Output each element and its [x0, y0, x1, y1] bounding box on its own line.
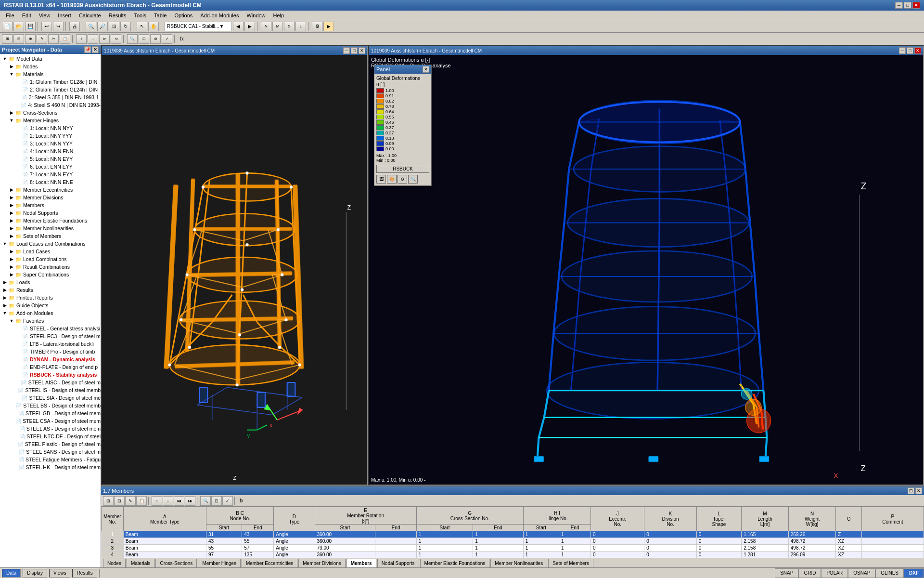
tb2-8[interactable]: ↓: [88, 34, 98, 44]
table-cell-0-3[interactable]: 43: [242, 531, 274, 538]
tree-toggle-25[interactable]: ▶: [9, 249, 14, 254]
tb-settings[interactable]: ⚙: [312, 22, 322, 31]
menu-insert[interactable]: Insert: [54, 12, 75, 19]
tb2-13[interactable]: ⊚: [150, 34, 161, 44]
tree-toggle-19[interactable]: ▶: [9, 202, 14, 208]
nav-pin-button[interactable]: 📌: [84, 46, 91, 53]
tree-toggle-20[interactable]: ▶: [9, 210, 14, 216]
tb-open[interactable]: 📂: [13, 22, 24, 31]
table-cell-3-2[interactable]: 97: [206, 552, 242, 558]
tree-item-2[interactable]: ▼📁Materials: [0, 70, 101, 78]
tree-item-23[interactable]: ▶📁Sets of Members: [0, 232, 101, 240]
table-cell-0-7[interactable]: 1: [416, 531, 473, 538]
table-cell-0-8[interactable]: 1: [473, 531, 524, 538]
tree-item-48[interactable]: 📄STEEL AS - Design of steel mem: [0, 425, 101, 433]
table-cell-1-10[interactable]: 1: [559, 538, 591, 545]
tree-item-25[interactable]: ▶📁Load Cases: [0, 248, 101, 255]
tree-item-28[interactable]: ▶📁Super Combinations: [0, 271, 101, 278]
ttb-filter[interactable]: 🔍: [200, 496, 211, 506]
table-cell-3-17[interactable]: [861, 552, 924, 558]
tb2-1[interactable]: ⊞: [2, 34, 13, 44]
tree-item-36[interactable]: 📄STEEL EC3 - Design of steel m: [0, 332, 101, 340]
tree-item-53[interactable]: 📄STEEL HK - Design of steel mem: [0, 463, 101, 471]
table-cell-2-16[interactable]: XZ: [836, 545, 862, 552]
tree-toggle-31[interactable]: ▶: [2, 295, 8, 301]
tree-toggle-34[interactable]: ▼: [9, 318, 14, 324]
tb2-5[interactable]: ✂: [48, 34, 59, 44]
tree-toggle-22[interactable]: ▶: [9, 225, 14, 231]
status-tab-data[interactable]: Data: [2, 569, 21, 578]
glines-button[interactable]: GLINES: [875, 568, 904, 578]
tree-item-41[interactable]: 📄RSBUCK - Stability analysis: [0, 371, 101, 379]
table-cell-3-1[interactable]: Beam: [123, 552, 206, 558]
tab-member-divisions[interactable]: Member Divisions: [298, 559, 345, 567]
tree-item-27[interactable]: ▶📁Result Combinations: [0, 263, 101, 271]
ttb-up[interactable]: ↑: [152, 496, 162, 506]
tree-item-44[interactable]: 📄STEEL SIA - Design of steel me: [0, 394, 101, 402]
table-cell-2-5[interactable]: 73.00: [315, 545, 375, 552]
table-float-button[interactable]: ⊡: [908, 487, 914, 494]
table-cell-3-10[interactable]: 1: [559, 552, 591, 558]
table-cell-3-8[interactable]: 1: [473, 552, 524, 558]
tree-item-43[interactable]: 📄STEEL IS - Design of steel memb: [0, 386, 101, 394]
tree-item-30[interactable]: ▶📁Results: [0, 286, 101, 294]
tree-item-5[interactable]: 📄3: Steel S 355 | DIN EN 1993-1-: [0, 93, 101, 101]
tab-materials[interactable]: Materials: [127, 559, 155, 567]
vp-left-minimize[interactable]: ─: [343, 47, 350, 54]
tree-item-42[interactable]: 📄STEEL AISC - Design of steel m: [0, 379, 101, 386]
vp-left-body[interactable]: Z: [102, 55, 367, 485]
tb2-2[interactable]: ⊟: [13, 34, 24, 44]
table-cell-3-16[interactable]: XZ: [836, 552, 862, 558]
dxf-button[interactable]: DXF: [904, 568, 924, 578]
vp-right-maximize[interactable]: □: [907, 47, 913, 54]
tree-item-32[interactable]: ▶📁Guide Objects: [0, 302, 101, 309]
panel-zoom-icon[interactable]: 🔍: [408, 175, 418, 184]
tb-prev[interactable]: ◀: [233, 22, 244, 31]
table-cell-0-16[interactable]: Z: [836, 531, 862, 538]
tree-toggle-2[interactable]: ▼: [9, 71, 14, 77]
table-cell-2-6[interactable]: [375, 545, 416, 552]
panel-icon-3[interactable]: ⚙: [398, 175, 407, 184]
table-cell-3-13[interactable]: 0: [696, 552, 741, 558]
ttb-edit[interactable]: ✎: [125, 496, 136, 506]
tree-item-26[interactable]: ▶📁Load Combinations: [0, 255, 101, 263]
table-cell-1-15[interactable]: 498.72: [788, 538, 835, 545]
tree-toggle-32[interactable]: ▶: [2, 302, 8, 308]
menu-file[interactable]: File: [2, 12, 18, 19]
tree-toggle-21[interactable]: ▶: [9, 218, 14, 223]
maximize-button[interactable]: □: [904, 2, 911, 9]
table-cell-0-11[interactable]: 0: [591, 531, 644, 538]
ttb-add[interactable]: ⊞: [103, 496, 114, 506]
table-cell-0-4[interactable]: Angle: [274, 531, 315, 538]
tree-item-33[interactable]: ▼📁Add-on Modules: [0, 309, 101, 317]
ttb-del[interactable]: ⊟: [114, 496, 125, 506]
table-cell-3-7[interactable]: 1: [416, 552, 473, 558]
tree-item-7[interactable]: ▶📁Cross-Sections: [0, 109, 101, 117]
table-cell-2-1[interactable]: Beam: [123, 545, 206, 552]
tree-item-20[interactable]: ▶📁Nodal Supports: [0, 209, 101, 217]
tb2-12[interactable]: ⊡: [139, 34, 149, 44]
tree-item-24[interactable]: ▼📁Load Cases and Combinations: [0, 240, 101, 248]
table-cell-2-2[interactable]: 55: [206, 545, 242, 552]
table-cell-0-14[interactable]: 1.165: [742, 531, 789, 538]
tab-nodal-supports[interactable]: Nodal Supports: [377, 559, 419, 567]
vp-right-body[interactable]: Global Deformations u [-] RSBUCK CA1 - S…: [369, 55, 923, 485]
tree-item-39[interactable]: 📄DYNAM - Dynamic analysis: [0, 355, 101, 363]
table-cell-2-7[interactable]: 1: [416, 545, 473, 552]
menu-table[interactable]: Table: [150, 12, 170, 19]
tb2-4[interactable]: ✎: [37, 34, 47, 44]
tree-toggle-24[interactable]: ▼: [2, 241, 8, 247]
tree-item-34[interactable]: ▼📁Favorites: [0, 317, 101, 325]
tree-toggle-30[interactable]: ▶: [2, 287, 8, 293]
tree-toggle-8[interactable]: ▼: [9, 118, 14, 123]
tb2-14[interactable]: ✓: [162, 34, 172, 44]
table-cell-0-6[interactable]: [375, 531, 416, 538]
tab-member-hinges[interactable]: Member Hinges: [198, 559, 241, 567]
table-cell-1-2[interactable]: 43: [206, 538, 242, 545]
tree-item-37[interactable]: 📄LTB - Lateral-torsional buckli: [0, 340, 101, 348]
status-tab-display[interactable]: Display: [23, 569, 47, 578]
menu-tools[interactable]: Tools: [130, 12, 150, 19]
table-cell-2-15[interactable]: 498.72: [788, 545, 835, 552]
table-cell-3-4[interactable]: Angle: [274, 552, 315, 558]
tb2-9[interactable]: ⊳: [99, 34, 110, 44]
